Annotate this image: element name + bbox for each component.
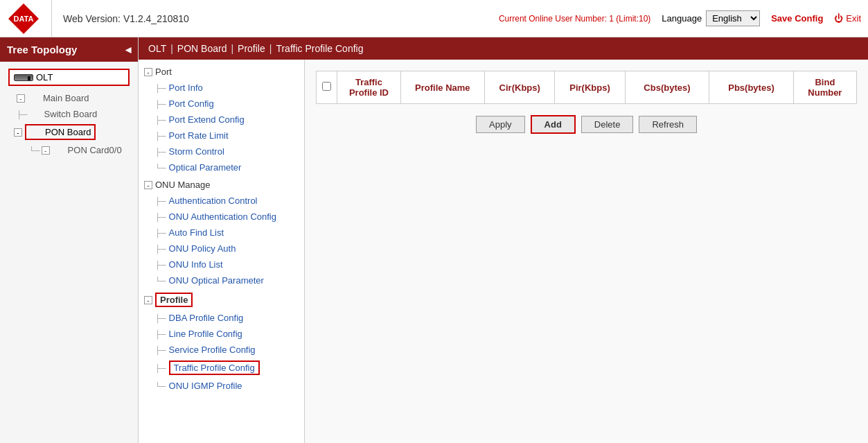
exit-button[interactable]: ⏻ Exit <box>834 13 861 24</box>
pon-board-item[interactable]: PON Board <box>25 124 96 140</box>
content-area: OLT | PON Board | Profile | Traffic Prof… <box>139 37 868 443</box>
th-profile-name: Profile Name <box>400 71 485 104</box>
language-label: Language <box>662 13 702 24</box>
right-panel: TrafficProfile ID Profile Name Cir(Kbps)… <box>305 60 868 443</box>
port-expand[interactable]: - <box>144 68 152 76</box>
left-nav: - Port ├─ Port Info ├─ Port Config ├─ Po… <box>139 60 305 443</box>
storm-link[interactable]: Storm Control <box>169 146 224 157</box>
pon-card-label: PON Card0/0 <box>68 145 122 155</box>
expand-main-board[interactable]: - <box>17 94 25 103</box>
language-area: Language English Chinese <box>662 10 760 26</box>
pon-board-icon <box>30 130 45 135</box>
olt-row: OLT <box>0 62 138 90</box>
main-board-icon <box>28 96 43 101</box>
nav-item-optical[interactable]: └─ Optical Parameter <box>139 159 304 175</box>
refresh-button[interactable]: Refresh <box>639 116 697 133</box>
delete-button[interactable]: Delete <box>581 116 634 133</box>
sep2: | <box>231 43 233 54</box>
nav-item-onu-policy[interactable]: ├─ ONU Policy Auth <box>139 241 304 257</box>
nav-item-port-rate[interactable]: ├─ Port Rate Limit <box>139 128 304 144</box>
service-profile-link[interactable]: Service Profile Config <box>169 345 256 355</box>
pon-board-row: - PON Board <box>0 122 138 142</box>
user-info: Current Online User Number: 1 (Limit:10) <box>499 14 650 24</box>
nav-item-dba[interactable]: ├─ DBA Profile Config <box>139 310 304 326</box>
breadcrumb: OLT | PON Board | Profile | Traffic Prof… <box>139 37 868 60</box>
main-layout: Tree Topology ◂ OLT - Main Board ├─ Swit… <box>0 37 868 443</box>
switch-board-item[interactable]: ├─ Switch Board <box>0 106 138 122</box>
auth-control-link[interactable]: Authentication Control <box>169 196 258 206</box>
pon-card-item[interactable]: └─ - PON Card0/0 <box>0 142 138 158</box>
onu-info-link[interactable]: ONU Info List <box>169 259 223 270</box>
breadcrumb-pon-board[interactable]: PON Board <box>177 43 227 54</box>
action-bar: Apply Add Delete Refresh <box>316 115 857 134</box>
nav-item-port-extend[interactable]: ├─ Port Extend Config <box>139 112 304 128</box>
nav-item-onu-optical[interactable]: └─ ONU Optical Parameter <box>139 272 304 288</box>
select-all-checkbox[interactable] <box>322 82 331 91</box>
auto-find-link[interactable]: Auto Find List <box>169 227 224 238</box>
olt-item[interactable]: OLT <box>8 69 130 86</box>
line-profile-link[interactable]: Line Profile Config <box>169 329 242 339</box>
port-section: - Port ├─ Port Info ├─ Port Config ├─ Po… <box>139 64 304 175</box>
breadcrumb-olt[interactable]: OLT <box>148 43 166 54</box>
port-info-link[interactable]: Port Info <box>169 82 203 93</box>
content-split: - Port ├─ Port Info ├─ Port Config ├─ Po… <box>139 60 868 443</box>
sidebar-title: Tree Topology <box>7 44 77 55</box>
sidebar-toggle[interactable]: ◂ <box>125 43 131 56</box>
logo-area: DATA <box>7 0 52 37</box>
port-rate-link[interactable]: Port Rate Limit <box>169 130 229 141</box>
onu-policy-link[interactable]: ONU Policy Auth <box>169 243 236 254</box>
expand-pon-board[interactable]: - <box>14 128 22 137</box>
onu-optical-link[interactable]: ONU Optical Parameter <box>169 275 264 286</box>
nav-item-traffic-profile[interactable]: ├─ Traffic Profile Config <box>139 358 304 378</box>
profile-expand[interactable]: - <box>144 296 152 304</box>
nav-item-auth-control[interactable]: ├─ Authentication Control <box>139 193 304 209</box>
port-extend-link[interactable]: Port Extend Config <box>169 114 245 125</box>
onu-igmp-link[interactable]: ONU IGMP Profile <box>169 381 242 391</box>
nav-item-service-profile[interactable]: ├─ Service Profile Config <box>139 342 304 358</box>
port-section-label: Port <box>155 67 172 77</box>
onu-section-header[interactable]: - ONU Manage <box>139 177 304 193</box>
olt-label: OLT <box>36 72 53 82</box>
nav-item-port-info[interactable]: ├─ Port Info <box>139 80 304 96</box>
language-select[interactable]: English Chinese <box>706 10 760 26</box>
nav-item-port-config[interactable]: ├─ Port Config <box>139 96 304 112</box>
connector: ├─ <box>17 110 28 119</box>
profile-section: - Profile ├─ DBA Profile Config ├─ Line … <box>139 290 304 394</box>
sep3: | <box>269 43 272 54</box>
port-config-link[interactable]: Port Config <box>169 98 214 109</box>
sep1: | <box>170 43 173 54</box>
th-checkbox <box>317 71 337 104</box>
dba-profile-link[interactable]: DBA Profile Config <box>169 313 244 323</box>
onu-section-label: ONU Manage <box>155 180 210 190</box>
version-text: Web Version: V1.2.4_210810 <box>63 13 499 24</box>
power-icon: ⏻ <box>834 13 843 24</box>
add-button[interactable]: Add <box>531 115 576 134</box>
sidebar: Tree Topology ◂ OLT - Main Board ├─ Swit… <box>0 37 139 443</box>
onu-auth-config-link[interactable]: ONU Authentication Config <box>169 211 276 222</box>
nav-item-onu-info[interactable]: ├─ ONU Info List <box>139 257 304 272</box>
switch-board-label: Switch Board <box>44 109 98 119</box>
port-section-header[interactable]: - Port <box>139 64 304 80</box>
nav-item-storm[interactable]: ├─ Storm Control <box>139 144 304 159</box>
expand-pon-card[interactable]: - <box>42 146 50 155</box>
onu-expand[interactable]: - <box>144 181 152 189</box>
nav-item-auto-find[interactable]: ├─ Auto Find List <box>139 225 304 241</box>
logo: DATA <box>7 2 40 35</box>
th-cbs: Cbs(bytes) <box>625 71 709 104</box>
breadcrumb-profile[interactable]: Profile <box>238 43 265 54</box>
traffic-profile-highlighted[interactable]: Traffic Profile Config <box>169 361 260 375</box>
header: DATA Web Version: V1.2.4_210810 Current … <box>0 0 868 37</box>
th-traffic-profile-id: TrafficProfile ID <box>337 71 400 104</box>
save-config-link[interactable]: Save Config <box>771 13 823 24</box>
apply-button[interactable]: Apply <box>476 116 525 133</box>
traffic-profile-link[interactable]: Traffic Profile Config <box>174 363 255 373</box>
profile-section-header[interactable]: - Profile <box>139 290 304 310</box>
nav-item-onu-igmp[interactable]: └─ ONU IGMP Profile <box>139 378 304 394</box>
olt-device-icon <box>14 74 33 81</box>
optical-link[interactable]: Optical Parameter <box>169 162 242 173</box>
exit-label: Exit <box>846 13 861 24</box>
main-board-item[interactable]: - Main Board <box>0 90 138 106</box>
th-pir: Pir(Kbps) <box>555 71 625 104</box>
nav-item-onu-auth-config[interactable]: ├─ ONU Authentication Config <box>139 209 304 225</box>
nav-item-line-profile[interactable]: ├─ Line Profile Config <box>139 326 304 342</box>
